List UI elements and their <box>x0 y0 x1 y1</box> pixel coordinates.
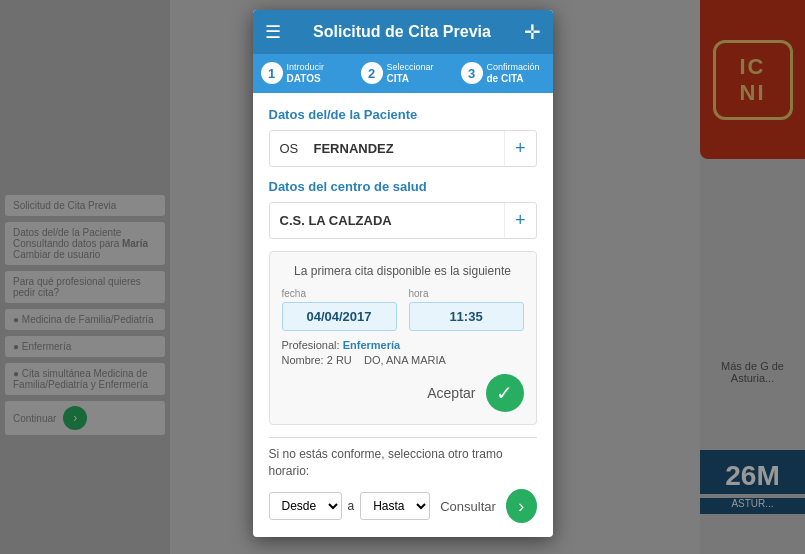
to-connector: a <box>348 499 355 513</box>
date-time-row: fecha 04/04/2017 hora 11:35 <box>282 288 524 331</box>
patient-input-row: OS FERNANDEZ + <box>269 130 537 167</box>
step-3-text: Confirmación de CITA <box>487 62 540 85</box>
step-1[interactable]: 1 Introducir DATOS <box>253 62 353 85</box>
name-row: Nombre: 2 RU DO, ANA MARIA <box>282 354 524 366</box>
modal-header: ☰ Solicitud de Cita Previa ✛ <box>253 10 553 54</box>
from-select[interactable]: Desde <box>269 492 342 520</box>
to-select[interactable]: Hasta <box>360 492 430 520</box>
appointment-title: La primera cita disponible es la siguien… <box>282 264 524 278</box>
health-center-name: C.S. LA CALZADA <box>270 206 504 235</box>
time-group: hora 11:35 <box>409 288 524 331</box>
time-range-row: Desde a Hasta Consultar › <box>269 489 537 523</box>
separator <box>269 437 537 438</box>
date-value: 04/04/2017 <box>282 302 397 331</box>
modal-title: Solicitud de Cita Previa <box>291 23 514 41</box>
health-center-plus-icon[interactable]: + <box>504 203 536 238</box>
consult-button[interactable]: › <box>506 489 537 523</box>
date-label: fecha <box>282 288 397 299</box>
alt-time-text: Si no estás conforme, selecciona otro tr… <box>269 446 537 480</box>
time-value: 11:35 <box>409 302 524 331</box>
main-modal: ☰ Solicitud de Cita Previa ✛ 1 Introduci… <box>253 10 553 537</box>
menu-icon[interactable]: ☰ <box>265 21 281 43</box>
step-2-number: 2 <box>361 62 383 84</box>
professional-value: Enfermería <box>343 339 400 351</box>
step-2[interactable]: 2 Seleccionar CITA <box>353 62 453 85</box>
modal-overlay: ☰ Solicitud de Cita Previa ✛ 1 Introduci… <box>0 0 805 554</box>
step-3-number: 3 <box>461 62 483 84</box>
plus-icon[interactable]: ✛ <box>524 20 541 44</box>
step-1-number: 1 <box>261 62 283 84</box>
step-1-text: Introducir DATOS <box>287 62 325 85</box>
accept-button[interactable]: ✓ <box>486 374 524 412</box>
health-center-label: Datos del centro de salud <box>269 179 537 194</box>
steps-bar: 1 Introducir DATOS 2 Seleccionar CITA 3 … <box>253 54 553 93</box>
date-group: fecha 04/04/2017 <box>282 288 397 331</box>
step-2-text: Seleccionar CITA <box>387 62 434 85</box>
professional-label: Profesional: <box>282 339 340 351</box>
patient-surname2: FERNANDEZ <box>310 134 504 163</box>
patient-section-label: Datos del/de la Paciente <box>269 107 537 122</box>
patient-plus-icon[interactable]: + <box>504 131 536 166</box>
modal-body: Datos del/de la Paciente OS FERNANDEZ + … <box>253 93 553 538</box>
professional-row: Profesional: Enfermería <box>282 339 524 351</box>
name-label: Nombre: 2 RU <box>282 354 352 366</box>
patient-surname1: OS <box>270 134 310 163</box>
name-value: DO, ANA MARIA <box>364 354 446 366</box>
appointment-box: La primera cita disponible es la siguien… <box>269 251 537 425</box>
time-label: hora <box>409 288 524 299</box>
accept-row: Aceptar ✓ <box>282 374 524 412</box>
consult-label: Consultar <box>440 499 496 514</box>
accept-label: Aceptar <box>427 385 475 401</box>
step-3[interactable]: 3 Confirmación de CITA <box>453 62 553 85</box>
health-center-input-row: C.S. LA CALZADA + <box>269 202 537 239</box>
